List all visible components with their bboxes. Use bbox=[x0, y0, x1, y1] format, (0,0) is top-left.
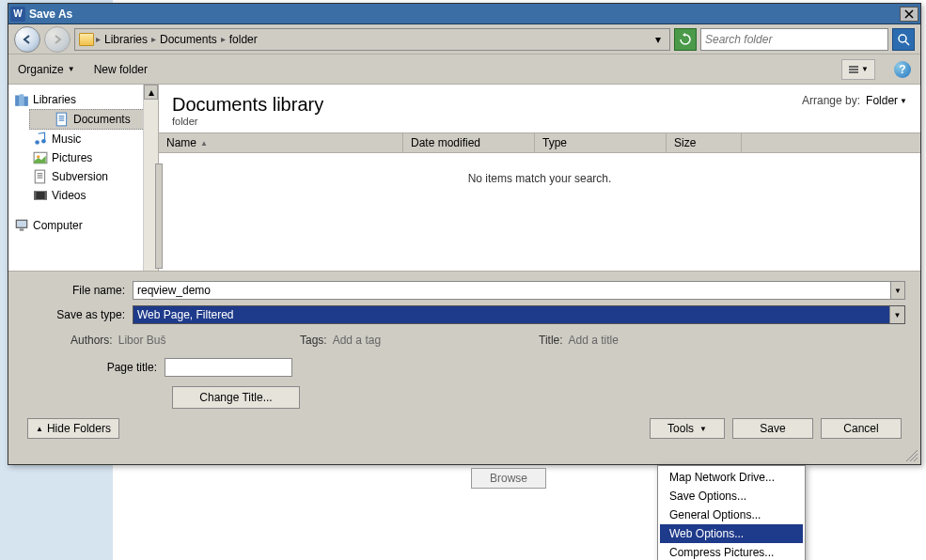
bottom-panel: File name: ▼ Save as type: Web Page, Fil… bbox=[8, 271, 920, 446]
titlebar: W Save As bbox=[8, 4, 920, 24]
videos-icon bbox=[33, 188, 48, 203]
search-box[interactable] bbox=[700, 28, 888, 51]
svg-rect-2 bbox=[849, 69, 858, 70]
tree-videos[interactable]: Videos bbox=[8, 186, 158, 205]
window-title: Save As bbox=[29, 8, 900, 21]
main-area: Documents library folder Arrange by: Fol… bbox=[159, 85, 920, 271]
tags-label: Tags: bbox=[300, 334, 327, 347]
library-header: Documents library folder Arrange by: Fol… bbox=[159, 85, 920, 132]
tree-documents[interactable]: Documents bbox=[29, 109, 156, 130]
metadata-row: Authors:Libor Buš Tags:Add a tag Title:A… bbox=[24, 330, 905, 356]
col-name[interactable]: Name▲ bbox=[159, 133, 403, 152]
sort-asc-icon: ▲ bbox=[200, 139, 208, 148]
resize-grip[interactable] bbox=[905, 449, 918, 462]
file-list: No items match your search. bbox=[159, 153, 920, 271]
svg-point-9 bbox=[41, 139, 46, 144]
arrow-left-icon bbox=[22, 34, 33, 45]
svg-rect-1 bbox=[849, 66, 858, 68]
pagetitle-label: Page title: bbox=[24, 361, 165, 374]
view-icon bbox=[848, 64, 859, 75]
cancel-button[interactable]: Cancel bbox=[821, 418, 902, 439]
tree-libraries[interactable]: Libraries bbox=[8, 90, 158, 109]
col-extra[interactable] bbox=[742, 133, 920, 152]
body-area: Libraries Documents Music Pictures Subve… bbox=[8, 85, 920, 271]
chevron-right-icon: ▸ bbox=[221, 34, 226, 44]
close-button[interactable] bbox=[900, 7, 918, 22]
library-subtitle: folder bbox=[172, 116, 323, 127]
empty-message: No items match your search. bbox=[468, 172, 612, 185]
splitter-handle[interactable] bbox=[155, 163, 163, 269]
refresh-button[interactable] bbox=[674, 28, 697, 51]
music-icon bbox=[33, 132, 48, 147]
chevron-down-icon: ▼ bbox=[900, 97, 907, 105]
hide-folders-button[interactable]: ▲Hide Folders bbox=[27, 418, 119, 439]
nav-forward-button[interactable] bbox=[44, 26, 71, 53]
svg-rect-6 bbox=[24, 97, 28, 106]
chevron-right-icon: ▸ bbox=[96, 34, 101, 44]
close-icon bbox=[904, 9, 914, 19]
nav-bar: ▸ Libraries ▸ Documents ▸ folder ▾ bbox=[8, 24, 920, 54]
view-options-button[interactable]: ▼ bbox=[841, 59, 875, 80]
tree-pictures[interactable]: Pictures bbox=[8, 148, 158, 167]
menu-compress-pictures[interactable]: Compress Pictures... bbox=[660, 543, 803, 560]
menu-general-options[interactable]: General Options... bbox=[660, 506, 803, 524]
title-value[interactable]: Add a title bbox=[569, 334, 619, 347]
col-date[interactable]: Date modified bbox=[403, 133, 535, 152]
computer-icon bbox=[14, 218, 29, 233]
crumb-libraries[interactable]: Libraries bbox=[102, 33, 149, 46]
svg-rect-16 bbox=[16, 220, 26, 227]
svg-point-8 bbox=[35, 140, 39, 145]
tree-subversion[interactable]: Subversion bbox=[8, 167, 158, 186]
tools-button[interactable]: Tools▼ bbox=[650, 418, 725, 439]
svg-point-0 bbox=[899, 35, 906, 42]
col-size[interactable]: Size bbox=[667, 133, 742, 152]
refresh-icon bbox=[679, 33, 692, 46]
menu-web-options[interactable]: Web Options... bbox=[660, 524, 803, 543]
subversion-icon bbox=[33, 169, 48, 184]
save-button[interactable]: Save bbox=[732, 418, 813, 439]
tags-value[interactable]: Add a tag bbox=[333, 334, 381, 347]
tree-music[interactable]: Music bbox=[8, 130, 158, 148]
new-folder-button[interactable]: New folder bbox=[94, 63, 148, 76]
chevron-down-icon: ▼ bbox=[861, 65, 869, 73]
authors-value[interactable]: Libor Buš bbox=[118, 334, 166, 347]
pictures-icon bbox=[33, 150, 48, 165]
tools-menu: Map Network Drive... Save Options... Gen… bbox=[657, 465, 806, 560]
scrollbar-up-icon[interactable]: ▴ bbox=[144, 85, 158, 100]
arrange-by: Arrange by: Folder ▼ bbox=[802, 94, 907, 107]
nav-back-button[interactable] bbox=[14, 26, 40, 53]
breadcrumb-dropdown[interactable]: ▾ bbox=[651, 28, 666, 51]
svg-rect-5 bbox=[20, 94, 24, 106]
col-type[interactable]: Type bbox=[535, 133, 667, 152]
change-title-button[interactable]: Change Title... bbox=[172, 386, 300, 409]
menu-map-network-drive[interactable]: Map Network Drive... bbox=[660, 468, 803, 487]
chevron-down-icon: ▼ bbox=[699, 425, 707, 433]
chevron-down-icon: ▼ bbox=[889, 306, 904, 323]
save-as-dialog: W Save As ▸ Libraries ▸ Documents ▸ fold… bbox=[8, 3, 921, 465]
svg-rect-3 bbox=[849, 71, 858, 73]
libraries-icon bbox=[14, 92, 29, 107]
crumb-documents[interactable]: Documents bbox=[158, 33, 219, 46]
organize-menu[interactable]: Organize ▼ bbox=[18, 63, 75, 76]
action-row: ▲Hide Folders Tools▼ Save Cancel bbox=[24, 409, 905, 443]
pagetitle-input[interactable] bbox=[165, 358, 292, 377]
svg-rect-4 bbox=[15, 95, 20, 105]
chevron-up-icon: ▲ bbox=[36, 425, 43, 433]
svg-rect-7 bbox=[56, 113, 66, 126]
toolbar: Organize ▼ New folder ▼ ? bbox=[8, 54, 920, 85]
menu-save-options[interactable]: Save Options... bbox=[660, 487, 803, 506]
arrange-by-dropdown[interactable]: Folder ▼ bbox=[866, 94, 907, 107]
background-browse-button: Browse bbox=[471, 468, 546, 489]
search-input[interactable] bbox=[705, 33, 884, 46]
savetype-combo[interactable]: Web Page, Filtered ▼ bbox=[133, 305, 905, 324]
search-go-button[interactable] bbox=[892, 28, 915, 51]
filename-dropdown[interactable]: ▼ bbox=[890, 281, 905, 300]
document-icon bbox=[55, 112, 70, 127]
title-label: Title: bbox=[539, 334, 563, 347]
crumb-folder[interactable]: folder bbox=[228, 33, 259, 46]
chevron-right-icon: ▸ bbox=[151, 34, 156, 44]
help-button[interactable]: ? bbox=[894, 61, 911, 78]
filename-input[interactable] bbox=[133, 281, 905, 300]
breadcrumb[interactable]: ▸ Libraries ▸ Documents ▸ folder ▾ bbox=[74, 28, 670, 51]
tree-computer[interactable]: Computer bbox=[8, 216, 158, 235]
